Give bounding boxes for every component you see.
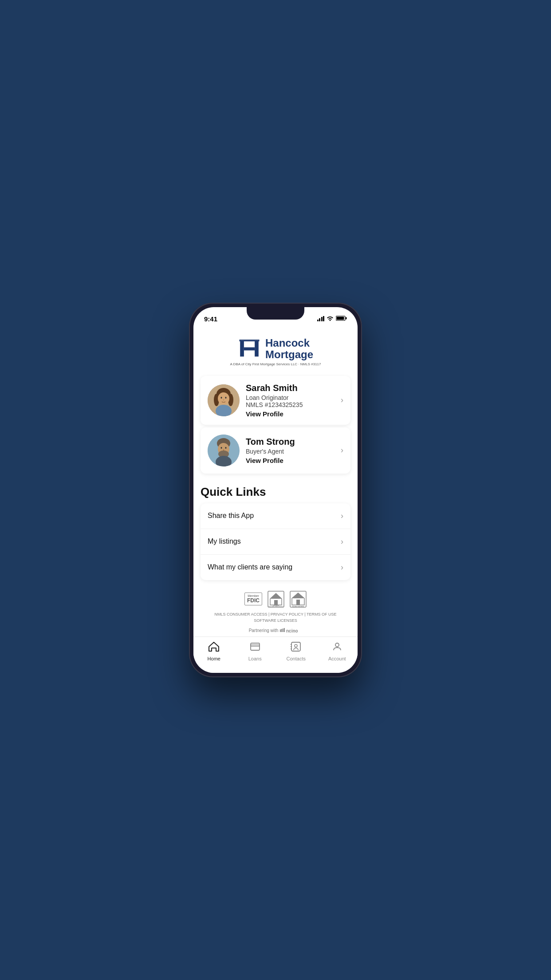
svg-text:ncino: ncino [286,628,298,633]
svg-point-49 [335,643,339,647]
sarah-profile-card[interactable]: Sarah Smith Loan Originator NMLS #123432… [201,376,350,425]
svg-rect-39 [284,628,285,632]
sarah-nmls: NMLS #1234325235 [246,401,335,408]
notch [247,307,304,320]
svg-marker-41 [209,642,219,651]
tom-role: Buyer's Agent [246,448,335,455]
client-reviews-chevron-icon: › [341,563,343,572]
account-icon [332,641,342,655]
loans-icon [250,641,260,655]
nav-loans-label: Loans [248,656,262,661]
svg-rect-37 [281,629,282,632]
sarah-role: Loan Originator [246,394,335,401]
tom-name: Tom Strong [246,437,335,447]
equal-housing-lender-icon: EQUAL HOUSING LENDER [268,591,284,608]
nav-contacts[interactable]: Contacts [276,637,317,666]
footer-software-label: SOFTWARE LICENSES [214,617,336,624]
svg-rect-6 [239,340,259,341]
nav-loans[interactable]: Loans [235,637,276,666]
svg-rect-42 [251,643,260,650]
quick-link-reviews[interactable]: What my clients are saying › [201,555,350,580]
footer-links[interactable]: NMLS CONSUMER ACCESS | PRIVACY POLICY | … [214,611,336,624]
svg-text:EQUAL HOUSING: EQUAL HOUSING [292,605,304,607]
my-listings-chevron-icon: › [341,537,343,546]
quick-link-share-app[interactable]: Share this App › [201,503,350,529]
tom-chevron-icon: › [341,446,343,455]
logo-text: Hancock Mortgage [265,337,313,361]
logo-subtitle: A DBA of City First Mortgage Services LL… [230,362,321,366]
svg-text:LENDER: LENDER [273,605,279,607]
fdic-badge: Member FDIC [244,593,262,605]
share-app-chevron-icon: › [341,511,343,521]
svg-rect-38 [283,628,283,632]
footer-partner: Partnering with ncino [249,628,303,634]
partner-text: Partnering with [249,628,279,633]
battery-icon [336,316,347,322]
svg-point-13 [221,397,222,399]
svg-rect-1 [346,317,347,319]
sarah-profile-info: Sarah Smith Loan Originator NMLS #123432… [246,383,335,418]
scroll-content: Hancock Mortgage A DBA of City First Mor… [193,327,358,636]
sarah-view-profile[interactable]: View Profile [246,410,335,418]
tom-profile-info: Tom Strong Buyer's Agent View Profile [246,437,335,464]
sarah-avatar-illustration [208,384,240,416]
sarah-avatar [208,384,240,416]
hancock-h-logo [238,337,261,360]
status-time: 9:41 [204,315,217,323]
nav-home[interactable]: Home [193,637,235,666]
tom-profile-card[interactable]: Tom Strong Buyer's Agent View Profile › [201,427,350,474]
tom-view-profile[interactable]: View Profile [246,457,335,464]
svg-rect-3 [240,341,244,357]
bottom-nav: Home Loans [193,636,358,673]
quick-links-card: Share this App › My listings › What my c… [201,503,350,580]
sarah-chevron-icon: › [341,395,343,405]
footer-links-text: NMLS CONSUMER ACCESS | PRIVACY POLICY | … [214,611,336,617]
nav-contacts-label: Contacts [287,656,306,661]
tom-avatar-illustration [208,435,240,466]
svg-rect-2 [337,316,344,320]
logo-section: Hancock Mortgage A DBA of City First Mor… [193,327,358,373]
phone-frame: 9:41 [189,303,362,677]
svg-marker-32 [292,593,304,598]
quick-links-title: Quick Links [193,476,358,503]
svg-point-15 [223,399,224,400]
svg-rect-43 [251,645,260,646]
svg-point-48 [295,644,297,647]
my-listings-label: My listings [208,537,241,545]
share-app-label: Share this App [208,512,254,520]
logo-title-line1: Hancock [265,337,313,349]
svg-rect-44 [291,642,300,651]
sarah-name: Sarah Smith [246,383,335,393]
svg-point-23 [223,449,224,450]
ncino-logo: ncino [280,628,302,634]
phone-screen: 9:41 [193,307,358,673]
signal-icon [317,316,325,321]
svg-point-21 [221,447,222,449]
status-icons [317,316,347,322]
footer-section: Member FDIC EQUAL HOUSING LENDER [193,580,358,636]
svg-rect-5 [244,348,255,351]
logo-container: Hancock Mortgage A DBA of City First Mor… [230,337,321,366]
nav-home-label: Home [208,656,220,661]
svg-rect-4 [255,341,259,357]
contacts-icon [291,641,301,655]
svg-point-12 [218,392,229,405]
quick-link-listings[interactable]: My listings › [201,529,350,555]
svg-rect-36 [280,629,281,632]
svg-rect-28 [274,600,278,605]
svg-rect-34 [296,600,300,605]
home-icon [208,641,220,655]
nav-account[interactable]: Account [317,637,358,666]
svg-point-14 [225,397,227,399]
equal-housing-opportunity-icon: EQUAL HOUSING [290,591,307,608]
wifi-icon [327,316,334,322]
tom-avatar [208,435,240,466]
svg-rect-7 [239,341,259,341]
footer-badges: Member FDIC EQUAL HOUSING LENDER [244,591,307,608]
svg-point-22 [225,447,227,449]
client-reviews-label: What my clients are saying [208,563,292,571]
logo-title-line2: Mortgage [265,349,313,360]
fdic-member-label: Member [247,594,260,597]
fdic-label: FDIC [247,597,260,604]
svg-marker-27 [270,593,282,599]
